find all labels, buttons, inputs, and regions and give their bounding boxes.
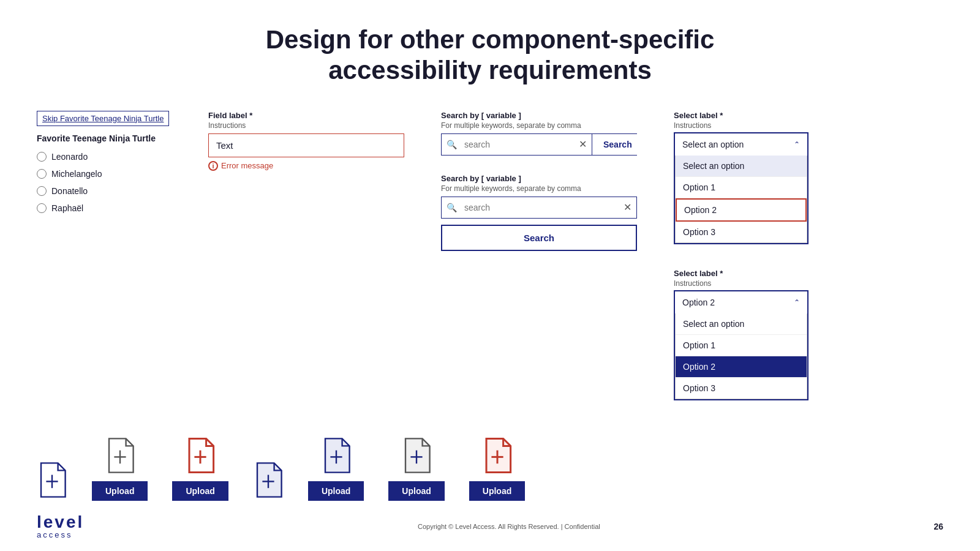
search-input-2[interactable] xyxy=(462,197,619,218)
search-label-2: Search by [ variable ] xyxy=(441,174,637,183)
upload-btn-3[interactable]: Upload xyxy=(172,481,228,501)
radio-item-michelangelo[interactable]: Michelangelo xyxy=(37,169,172,179)
select-header-2[interactable]: Option 2 ⌃ xyxy=(675,291,807,313)
error-icon: i xyxy=(208,161,218,171)
select-option-1-1[interactable]: Option 1 xyxy=(676,177,807,198)
footer-page-number: 26 xyxy=(933,522,943,531)
select-dropdown-2: Select an option Option 1 Option 2 Optio… xyxy=(675,313,807,399)
select-label-1: Select label * xyxy=(674,111,809,120)
search-group-1: Search by [ variable ] For multiple keyw… xyxy=(441,111,637,156)
search-section: Search by [ variable ] For multiple keyw… xyxy=(441,111,637,425)
radio-input-donatello[interactable] xyxy=(37,186,47,196)
select-header-text-1: Select an option xyxy=(682,140,744,149)
search-sublabel-2: For multiple keywords, separate by comma xyxy=(441,184,637,193)
select-instructions-1: Instructions xyxy=(674,121,809,130)
radio-group-label: Favorite Teenage Ninja Turtle xyxy=(37,133,172,143)
radio-item-raphael[interactable]: Raphaël xyxy=(37,203,172,213)
field-instructions: Instructions xyxy=(208,121,404,130)
error-message: i Error message xyxy=(208,161,404,171)
file-icon-5 xyxy=(321,437,352,476)
file-icon-1 xyxy=(37,462,67,501)
radio-input-leonardo[interactable] xyxy=(37,152,47,162)
select-instructions-2: Instructions xyxy=(674,279,809,288)
select-section: Select label * Instructions Select an op… xyxy=(674,111,809,425)
footer: level access Copyright © Level Access. A… xyxy=(0,514,980,539)
logo-tagline: access xyxy=(37,531,84,539)
select-option-2-1[interactable]: Option 1 xyxy=(676,335,807,356)
select-option-1-0[interactable]: Select an option xyxy=(676,156,807,177)
file-icon-2 xyxy=(105,437,135,476)
upload-btn-6[interactable]: Upload xyxy=(388,481,444,501)
radio-label-michelangelo: Michelangelo xyxy=(51,169,102,179)
upload-btn-5[interactable]: Upload xyxy=(308,481,364,501)
select-option-1-2[interactable]: Option 2 xyxy=(676,198,807,222)
select-option-1-3[interactable]: Option 3 xyxy=(676,222,807,242)
upload-item-7: Upload xyxy=(469,437,525,501)
skip-link[interactable]: Skip Favorite Teenage Ninja Turtle xyxy=(37,111,169,126)
search-input-1[interactable] xyxy=(462,134,574,155)
search-clear-btn-1[interactable]: ✕ xyxy=(574,138,592,150)
radio-label-raphael: Raphaël xyxy=(51,203,83,213)
upload-item-3: Upload xyxy=(172,437,228,501)
select-box-1[interactable]: Select an option ⌃ Select an option Opti… xyxy=(674,132,809,244)
select-option-2-3[interactable]: Option 3 xyxy=(676,378,807,399)
field-label: Field label * xyxy=(208,111,404,120)
radio-label-donatello: Donatello xyxy=(51,186,88,196)
upload-btn-7[interactable]: Upload xyxy=(469,481,525,501)
select-option-2-2[interactable]: Option 2 xyxy=(676,356,807,378)
search-label-1: Search by [ variable ] xyxy=(441,111,637,120)
upload-item-4 xyxy=(253,462,284,501)
search-group-2: Search by [ variable ] For multiple keyw… xyxy=(441,174,637,251)
select-header-1[interactable]: Select an option ⌃ xyxy=(675,133,807,156)
chevron-up-icon-1: ⌃ xyxy=(794,140,800,149)
logo: level access xyxy=(37,514,84,539)
select-header-text-2: Option 2 xyxy=(682,298,715,307)
upload-item-6: Upload xyxy=(388,437,444,501)
file-upload-row: Upload Upload xyxy=(0,437,980,501)
upload-item-5: Upload xyxy=(308,437,364,501)
search-magnifier-icon-2: 🔍 xyxy=(442,203,462,212)
logo-name: level xyxy=(37,514,84,531)
radio-section: Skip Favorite Teenage Ninja Turtle Favor… xyxy=(37,111,172,425)
chevron-up-icon-2: ⌃ xyxy=(794,298,800,307)
select-option-2-0[interactable]: Select an option xyxy=(676,313,807,335)
select-group-2: Select label * Instructions Option 2 ⌃ S… xyxy=(674,269,809,400)
file-icon-7 xyxy=(482,437,513,476)
search-sublabel-1: For multiple keywords, separate by comma xyxy=(441,121,637,130)
text-input-field[interactable] xyxy=(208,133,404,157)
footer-copyright: Copyright © Level Access. All Rights Res… xyxy=(418,523,600,530)
select-label-2: Select label * xyxy=(674,269,809,278)
select-dropdown-1: Select an option Option 1 Option 2 Optio… xyxy=(675,156,807,243)
radio-item-leonardo[interactable]: Leonardo xyxy=(37,152,172,162)
error-message-text: Error message xyxy=(221,161,273,170)
file-icon-3 xyxy=(185,437,216,476)
search-row-1: 🔍 ✕ Search xyxy=(441,133,637,156)
upload-item-1 xyxy=(37,462,67,501)
search-row-2: 🔍 ✕ xyxy=(441,197,637,219)
search-submit-btn-1[interactable]: Search xyxy=(592,134,643,155)
radio-label-leonardo: Leonardo xyxy=(51,152,88,162)
file-icon-4 xyxy=(253,462,284,501)
file-icon-6 xyxy=(401,437,432,476)
search-magnifier-icon-1: 🔍 xyxy=(442,140,462,149)
select-box-2[interactable]: Option 2 ⌃ Select an option Option 1 Opt… xyxy=(674,290,809,400)
search-submit-btn-2[interactable]: Search xyxy=(441,225,637,251)
text-input-section: Field label * Instructions i Error messa… xyxy=(208,111,404,425)
radio-item-donatello[interactable]: Donatello xyxy=(37,186,172,196)
upload-btn-2[interactable]: Upload xyxy=(92,481,148,501)
radio-input-raphael[interactable] xyxy=(37,203,47,213)
select-group-1: Select label * Instructions Select an op… xyxy=(674,111,809,244)
upload-item-2: Upload xyxy=(92,437,148,501)
page-title: Design for other component-specific acce… xyxy=(0,0,980,105)
search-clear-btn-2[interactable]: ✕ xyxy=(619,201,636,213)
radio-input-michelangelo[interactable] xyxy=(37,169,47,179)
